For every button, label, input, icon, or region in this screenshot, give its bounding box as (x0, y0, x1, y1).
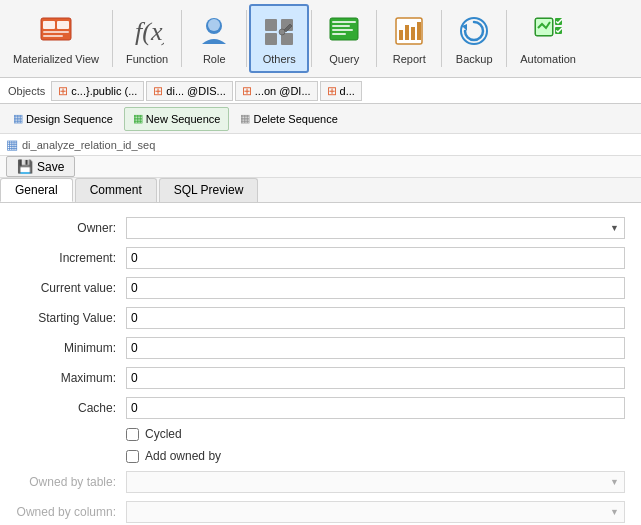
svg-rect-19 (399, 30, 403, 40)
toolbar-item-function[interactable]: f(x) Function (115, 4, 179, 73)
toolbar-sep-4 (311, 10, 312, 67)
tab-comment[interactable]: Comment (75, 178, 157, 202)
action-bar: ▦ Design Sequence ▦ New Sequence ▦ Delet… (0, 104, 641, 134)
others-icon (261, 13, 297, 49)
sequence-icon-1: ▦ (13, 112, 23, 125)
toolbar-item-label: Others (263, 53, 296, 65)
obj-tab-text-3: ...on @DI... (255, 85, 311, 97)
tab-sql-preview[interactable]: SQL Preview (159, 178, 259, 202)
toolbar-sep-3 (246, 10, 247, 67)
toolbar-item-backup[interactable]: Backup (444, 4, 504, 73)
owned-by-column-select[interactable] (126, 501, 625, 523)
svg-rect-20 (405, 25, 409, 40)
cache-input[interactable] (126, 397, 625, 419)
new-sequence-label: New Sequence (146, 113, 221, 125)
owned-by-column-select-wrap (126, 501, 625, 523)
toolbar-item-label: Role (203, 53, 226, 65)
save-button[interactable]: 💾 Save (6, 156, 75, 177)
table-icon-1: ⊞ (58, 84, 68, 98)
svg-rect-4 (43, 35, 63, 37)
svg-rect-21 (411, 27, 415, 40)
svg-rect-16 (332, 29, 353, 31)
svg-text:f(x): f(x) (135, 17, 164, 46)
table-icon-3: ⊞ (242, 84, 252, 98)
toolbar-item-role[interactable]: Role (184, 4, 244, 73)
toolbar-item-label: Automation (520, 53, 576, 65)
toolbar-item-label: Report (393, 53, 426, 65)
save-icon: 💾 (17, 159, 33, 174)
cycled-row: Cycled (0, 423, 641, 445)
breadcrumb: di_analyze_relation_id_seq (22, 139, 155, 151)
toolbar: Materialized View f(x) Function Role (0, 0, 641, 78)
svg-rect-8 (265, 19, 277, 31)
starting-value-input[interactable] (126, 307, 625, 329)
starting-value-row: Starting Value: (0, 303, 641, 333)
obj-tab-4[interactable]: ⊞ d... (320, 81, 362, 101)
table-icon-4: ⊞ (327, 84, 337, 98)
save-label: Save (37, 160, 64, 174)
svg-rect-3 (43, 31, 69, 33)
owner-select-wrap (126, 217, 625, 239)
minimum-label: Minimum: (16, 341, 126, 355)
starting-value-label: Starting Value: (16, 311, 126, 325)
owned-by-table-row: Owned by table: (0, 467, 641, 497)
main-content: 💾 Save General Comment SQL Preview Owner… (0, 156, 641, 525)
owner-select[interactable] (126, 217, 625, 239)
toolbar-item-materialized-view[interactable]: Materialized View (2, 4, 110, 73)
svg-rect-14 (332, 21, 356, 23)
query-icon (326, 13, 362, 49)
toolbar-item-automation[interactable]: Automation (509, 4, 587, 73)
svg-rect-1 (43, 21, 55, 29)
increment-row: Increment: (0, 243, 641, 273)
obj-tab-2[interactable]: ⊞ di... @DIS... (146, 81, 232, 101)
breadcrumb-bar: ▦ di_analyze_relation_id_seq (0, 134, 641, 156)
sequence-icon-2: ▦ (133, 112, 143, 125)
owned-by-table-select-wrap (126, 471, 625, 493)
obj-tab-3[interactable]: ⊞ ...on @DI... (235, 81, 318, 101)
toolbar-item-label: Materialized View (13, 53, 99, 65)
maximum-input[interactable] (126, 367, 625, 389)
maximum-label: Maximum: (16, 371, 126, 385)
role-icon (196, 13, 232, 49)
obj-tab-text-1: c...}.public (... (71, 85, 137, 97)
minimum-row: Minimum: (0, 333, 641, 363)
function-icon: f(x) (129, 13, 165, 49)
minimum-input[interactable] (126, 337, 625, 359)
add-owned-by-row: Add owned by (0, 445, 641, 467)
obj-tab-text-2: di... @DIS... (166, 85, 225, 97)
delete-sequence-label: Delete Sequence (253, 113, 337, 125)
cycled-checkbox[interactable] (126, 428, 139, 441)
svg-point-12 (279, 29, 285, 35)
add-owned-by-checkbox[interactable] (126, 450, 139, 463)
obj-tab-text-4: d... (340, 85, 355, 97)
current-value-label: Current value: (16, 281, 126, 295)
tab-general[interactable]: General (0, 178, 73, 202)
cache-label: Cache: (16, 401, 126, 415)
svg-rect-22 (417, 22, 421, 40)
owned-by-column-label: Owned by column: (16, 505, 126, 519)
backup-icon (456, 13, 492, 49)
owned-by-column-row: Owned by column: (0, 497, 641, 525)
toolbar-sep-2 (181, 10, 182, 67)
toolbar-item-report[interactable]: Report (379, 4, 439, 73)
objects-label: Objects (4, 83, 49, 99)
toolbar-item-query[interactable]: Query (314, 4, 374, 73)
owned-by-table-select[interactable] (126, 471, 625, 493)
delete-sequence-button[interactable]: ▦ Delete Sequence (231, 107, 346, 131)
toolbar-sep-6 (441, 10, 442, 67)
current-value-input[interactable] (126, 277, 625, 299)
report-icon (391, 13, 427, 49)
toolbar-item-label: Backup (456, 53, 493, 65)
new-sequence-button[interactable]: ▦ New Sequence (124, 107, 230, 131)
cycled-label: Cycled (145, 427, 182, 441)
obj-tab-1[interactable]: ⊞ c...}.public (... (51, 81, 144, 101)
svg-rect-15 (332, 25, 350, 27)
toolbar-item-others[interactable]: Others (249, 4, 309, 73)
svg-rect-10 (265, 33, 277, 45)
automation-icon (530, 13, 566, 49)
increment-input[interactable] (126, 247, 625, 269)
owner-label: Owner: (16, 221, 126, 235)
toolbar-sep-5 (376, 10, 377, 67)
design-sequence-button[interactable]: ▦ Design Sequence (4, 107, 122, 131)
add-owned-by-label: Add owned by (145, 449, 221, 463)
